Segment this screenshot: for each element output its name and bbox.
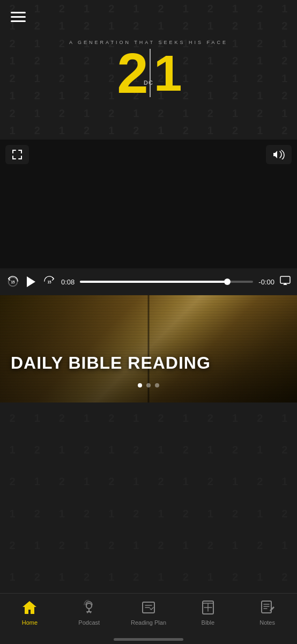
podcast-icon (81, 600, 96, 617)
sound-icon (273, 150, 285, 159)
content-section: 212121212121 121212121212 212121212121 1… (0, 402, 297, 593)
nav-item-bible[interactable]: Bible (187, 600, 229, 626)
logo-dc: DC (144, 79, 153, 86)
logo-two: 2 (117, 45, 146, 101)
svg-rect-2 (11, 20, 26, 22)
play-button[interactable] (25, 276, 38, 288)
svg-marker-4 (27, 276, 35, 287)
sound-button[interactable] (266, 145, 292, 164)
svg-text:15: 15 (47, 280, 51, 284)
nav-label-bible: Bible (202, 619, 214, 626)
svg-rect-1 (11, 16, 26, 18)
nav-item-podcast[interactable]: Podcast (68, 600, 110, 626)
nav-item-reading-plan[interactable]: Reading Plan (127, 600, 170, 626)
bible-banner[interactable]: DAILY BIBLE READING (0, 295, 297, 402)
home-icon (21, 600, 38, 617)
svg-rect-0 (11, 12, 26, 13)
header-section: 212121212121 121212121212 212121212121 1… (0, 0, 297, 140)
banner-dot-3[interactable] (155, 383, 159, 387)
bottom-nav: Home Podcast Reading Plan (0, 593, 297, 644)
bible-icon (201, 600, 216, 617)
video-section: 15 15 0:08 -0:00 (0, 140, 297, 295)
logo-main: 2 1 (117, 45, 180, 101)
svg-point-7 (86, 603, 92, 609)
content-bg-pattern: 212121212121 121212121212 212121212121 1… (0, 402, 297, 593)
video-progress-thumb (224, 279, 231, 285)
skip-forward-button[interactable]: 15 (43, 276, 56, 288)
banner-dot-1[interactable] (138, 383, 142, 387)
airplay-button[interactable] (280, 276, 291, 288)
remaining-time: -0:00 (258, 278, 274, 286)
nav-label-reading-plan: Reading Plan (131, 619, 166, 626)
logo-number: 2 1 (117, 45, 180, 101)
play-icon (26, 276, 36, 288)
menu-button[interactable] (11, 12, 26, 25)
video-player (0, 140, 297, 268)
video-progress-bar[interactable] (80, 281, 253, 283)
logo-one: 1 (154, 48, 180, 99)
skip-back-icon: 15 (7, 276, 19, 288)
banner-dots (138, 383, 159, 387)
home-indicator (114, 638, 183, 641)
nav-item-home[interactable]: Home (8, 600, 51, 626)
skip-back-button[interactable]: 15 (6, 276, 19, 288)
svg-rect-6 (280, 276, 290, 283)
tagline: A GENERATION THAT SEEKS HIS FACE (69, 40, 228, 45)
nav-label-notes: Notes (259, 619, 275, 626)
bible-banner-title: DAILY BIBLE READING (11, 353, 211, 373)
video-progress-fill (80, 281, 227, 283)
notes-icon (261, 600, 274, 617)
video-controls-bar: 15 15 0:08 -0:00 (0, 268, 297, 295)
logo-container: A GENERATION THAT SEEKS HIS FACE 2 1 DC (69, 44, 228, 101)
skip-forward-icon: 15 (43, 276, 55, 288)
fullscreen-button[interactable] (5, 145, 29, 164)
nav-label-podcast: Podcast (78, 619, 100, 626)
airplay-icon (280, 276, 291, 286)
logo-divider (150, 49, 151, 97)
current-time: 0:08 (61, 278, 75, 286)
fullscreen-icon (12, 150, 22, 159)
reading-plan-icon (141, 600, 156, 617)
svg-text:15: 15 (11, 280, 15, 284)
banner-dot-2[interactable] (146, 383, 151, 387)
nav-label-home: Home (22, 619, 38, 626)
nav-item-notes[interactable]: Notes (246, 600, 289, 626)
